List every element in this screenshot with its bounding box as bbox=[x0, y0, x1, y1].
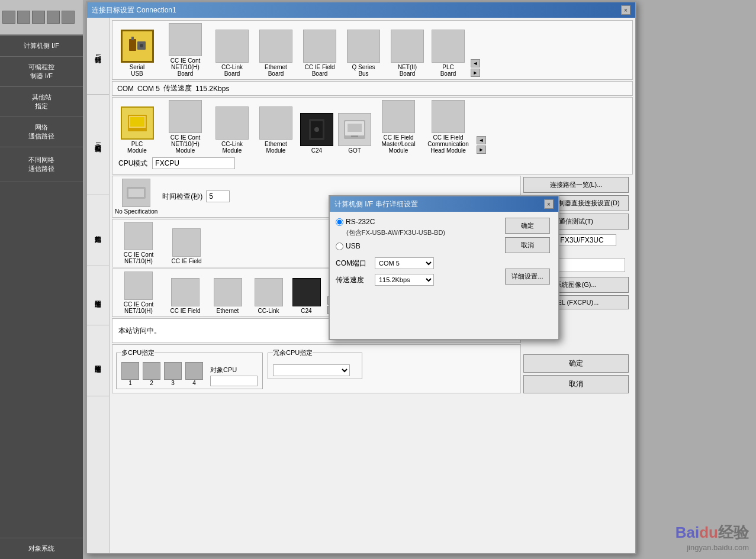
cpu-type-input[interactable] bbox=[557, 234, 616, 246]
toolbar-icon-2[interactable] bbox=[17, 11, 30, 24]
svg-point-9 bbox=[314, 127, 319, 132]
rs232c-note-text: (包含FX-USB-AW/FX3U-USB-BD) bbox=[346, 229, 445, 236]
diff-cc-ie-cont-icon[interactable]: CC IE ContNET/10(H) bbox=[115, 272, 162, 314]
cpu-mode-input[interactable] bbox=[152, 157, 235, 169]
plc-scroll-right-btn[interactable]: ► bbox=[477, 146, 486, 154]
serial-dialog-title: 计算机侧 I/F 串行详细设置 bbox=[334, 199, 418, 209]
sidebar-item-network[interactable]: 网络通信路径 bbox=[0, 117, 83, 147]
diff-cc-link-icon[interactable]: CC-Link bbox=[249, 278, 288, 314]
usb-label: USB bbox=[346, 242, 361, 250]
diff-cc-ie-field-icon[interactable]: CC IE Field bbox=[165, 278, 206, 314]
serial-dialog-close-button[interactable]: × bbox=[544, 199, 554, 209]
time-check-input[interactable] bbox=[206, 190, 230, 202]
serial-speed-label: 传送速度 bbox=[336, 275, 370, 285]
dialog-close-button[interactable]: × bbox=[621, 5, 630, 15]
plc-module-icon[interactable]: PLCModule bbox=[115, 106, 159, 154]
serial-usb-icon[interactable]: SerialUSB bbox=[115, 30, 159, 77]
watermark-url: jingyan.baidu.com bbox=[675, 543, 749, 552]
cc-ie-cont-module-icon[interactable]: CC IE ContNET/10(H)Module bbox=[162, 100, 209, 154]
dialog-title: 连接目标设置 Connection1 bbox=[92, 5, 176, 15]
section-label-other: 其他站指定 bbox=[87, 195, 109, 266]
serial-detail-btn[interactable]: 详细设置... bbox=[505, 269, 550, 285]
section-label-diff: 不同网络通信路径 bbox=[87, 325, 109, 396]
time-check-label: 时间检查(秒) bbox=[162, 192, 202, 202]
serial-usb-label: SerialUSB bbox=[130, 64, 145, 77]
dialog-titlebar: 连接目标设置 Connection1 × bbox=[87, 2, 635, 18]
rs232c-radio-row: RS-232C bbox=[336, 218, 499, 226]
sidebar-item-target-system[interactable]: 对象系统 bbox=[0, 538, 83, 559]
serial-confirm-btn[interactable]: 确定 bbox=[505, 218, 550, 234]
svg-rect-13 bbox=[351, 135, 358, 137]
section-label-network: 网络通信路径 bbox=[87, 266, 109, 325]
network-cc-ie-field-icon[interactable]: CC IE Field bbox=[166, 228, 207, 264]
cc-ie-field-board-icon[interactable]: CC IE FieldBoard bbox=[299, 30, 340, 77]
svg-rect-15 bbox=[128, 189, 144, 197]
sidebar-item-other-station[interactable]: 其他站指定 bbox=[0, 87, 83, 117]
speed-label: 传送速度 bbox=[163, 83, 192, 93]
rs232c-label: RS-232C bbox=[346, 218, 375, 226]
cc-ie-cont-board-icon[interactable]: CC IE ContNET/10(H)Board bbox=[162, 23, 209, 77]
speed-value: 115.2Kbps bbox=[195, 85, 229, 93]
pc-side-section: SerialUSB CC IE ContNET/10(H)Board CC-Li… bbox=[112, 20, 633, 80]
toolbar-icon-3[interactable] bbox=[32, 11, 45, 24]
sidebar-item-diff-network[interactable]: 不同网络通信路径 bbox=[0, 147, 83, 182]
toolbar-icon-1[interactable] bbox=[2, 11, 15, 24]
cpu-slot-1[interactable] bbox=[121, 362, 139, 380]
rs232c-note: (包含FX-USB-AW/FX3U-USB-BD) bbox=[346, 228, 499, 237]
usb-radio[interactable] bbox=[336, 243, 343, 250]
com-port-label: COM端口 bbox=[336, 259, 370, 269]
serial-cancel-btn[interactable]: 取消 bbox=[505, 237, 550, 253]
diff-c24-icon[interactable]: C24 bbox=[290, 278, 323, 314]
confirm-btn[interactable]: 确定 bbox=[523, 354, 629, 373]
target-cpu-label: 对象CPU bbox=[210, 366, 258, 374]
section-label-status bbox=[87, 396, 109, 553]
network-cc-ie-cont-icon[interactable]: CC IE ContNET/10(H) bbox=[115, 222, 162, 264]
toolbar-icon-5[interactable] bbox=[62, 11, 75, 24]
net-ii-board-icon[interactable]: NET(II)Board bbox=[387, 30, 428, 77]
cancel-btn[interactable]: 取消 bbox=[523, 375, 629, 393]
target-cpu-input[interactable] bbox=[210, 376, 258, 386]
serial-settings-dialog: 计算机侧 I/F 串行详细设置 × RS-232C (包含FX-USB-AW/F… bbox=[329, 195, 559, 340]
rs232c-radio[interactable] bbox=[336, 218, 343, 226]
cc-ie-field-master-icon[interactable]: CC IE FieldMaster/LocalModule bbox=[375, 100, 422, 154]
cpu-slot-2[interactable] bbox=[143, 362, 160, 380]
cc-ie-field-head-icon[interactable]: CC IE FieldCommunicationHead Module bbox=[424, 100, 472, 154]
serial-dialog-titlebar: 计算机侧 I/F 串行详细设置 × bbox=[330, 196, 558, 212]
connection-list-btn[interactable]: 连接路径一览(L)... bbox=[523, 177, 629, 193]
scroll-right-btn[interactable]: ► bbox=[471, 69, 480, 77]
cpu-mode-label: CPU模式 bbox=[118, 159, 147, 169]
serial-speed-select[interactable]: 115.2Kbps 9.6Kbps 19.2Kbps 38.4Kbps bbox=[375, 274, 434, 286]
diff-ethernet-icon[interactable]: Ethernet bbox=[208, 278, 247, 314]
redundant-cpu-select[interactable] bbox=[273, 364, 350, 376]
com-info-bar: COM COM 5 传送速度 115.2Kbps bbox=[112, 81, 633, 96]
com-port-select[interactable]: COM 5 COM 1 COM 2 COM 3 bbox=[375, 257, 434, 269]
sidebar-item-plc-if[interactable]: 可编程控制器 I/F bbox=[0, 57, 83, 87]
c24-icon[interactable]: C24 bbox=[299, 113, 334, 154]
section-label-plc-if: 可编程控制器 I/F bbox=[87, 95, 109, 195]
cc-link-board-icon[interactable]: CC-LinkBoard bbox=[211, 30, 253, 77]
plc-board-icon[interactable]: PLCBoard bbox=[430, 30, 466, 77]
svg-point-3 bbox=[140, 44, 143, 47]
plc-scroll-left-btn[interactable]: ◄ bbox=[477, 136, 486, 144]
cc-link-module-icon[interactable]: CC-LinkModule bbox=[211, 106, 253, 154]
plc-side-section: PLCModule CC IE ContNET/10(H)Module CC-L… bbox=[112, 97, 633, 175]
toolbar-icon-4[interactable] bbox=[47, 11, 60, 24]
svg-rect-1 bbox=[131, 37, 134, 40]
cpu-slot-4[interactable] bbox=[185, 362, 203, 380]
multi-cpu-section: 多CPU指定 1 2 bbox=[112, 344, 521, 393]
got-icon[interactable]: GOT bbox=[337, 113, 372, 154]
com-label: COM bbox=[117, 85, 134, 93]
cpu-slot-3[interactable] bbox=[164, 362, 182, 380]
svg-rect-0 bbox=[129, 39, 136, 51]
section-label-pc-if: 计算机侧 I/F bbox=[87, 18, 109, 95]
svg-rect-12 bbox=[348, 124, 362, 132]
svg-rect-6 bbox=[130, 117, 144, 127]
scroll-left-btn[interactable]: ◄ bbox=[471, 59, 480, 67]
sidebar-item-pc-if[interactable]: 计算机侧 I/F bbox=[0, 35, 83, 57]
com-value: COM 5 bbox=[137, 85, 160, 93]
q-series-bus-icon[interactable]: Q SeriesBus bbox=[343, 30, 384, 77]
ethernet-module-icon[interactable]: EthernetModule bbox=[255, 106, 297, 154]
ethernet-board-icon[interactable]: EthernetBoard bbox=[255, 30, 297, 77]
no-spec-label: No Specification bbox=[115, 208, 157, 215]
usb-radio-row: USB bbox=[336, 242, 499, 250]
